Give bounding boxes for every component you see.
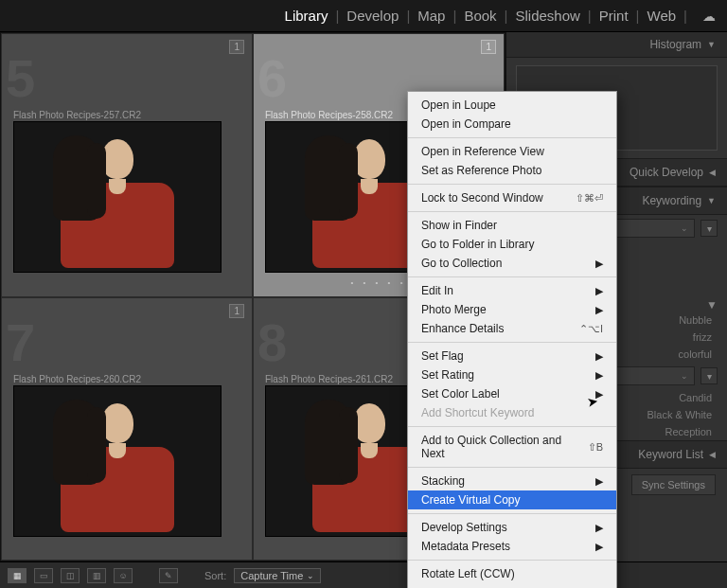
cell-index-badge: 1 [481,40,496,54]
chevron-down-icon[interactable]: ▼ [706,298,718,312]
ctx-item-metadata-presets[interactable]: Metadata Presets▶ [408,537,616,556]
cell-filename: Flash Photo Recipes-257.CR2 [13,110,141,120]
ctx-item-set-as-reference-photo[interactable]: Set as Reference Photo [408,161,616,180]
cell-index-badge: 1 [229,40,244,54]
chevron-down-icon: ▼ [707,40,716,49]
library-toolbar: ▦ ▭ ◫ ▥ ☺ ✎ Sort: Capture Time⌄ [0,561,727,588]
cell-big-number: 5 [6,47,35,109]
menu-separator [408,467,616,468]
grid-cell-5[interactable]: 1 5 Flash Photo Recipes-257.CR2 [1,33,253,297]
submenu-arrow-icon: ▶ [595,522,603,534]
module-web[interactable]: Web [647,8,677,24]
panel-histogram-header[interactable]: Histogram▼ [506,32,727,58]
ctx-item-open-in-reference-view[interactable]: Open in Reference View [408,142,616,161]
ctx-item-set-flag[interactable]: Set Flag▶ [408,347,616,365]
submenu-arrow-icon: ▶ [595,304,603,316]
menu-separator [408,513,616,514]
ctx-item-open-in-compare[interactable]: Open in Compare [408,115,616,134]
submenu-arrow-icon: ▶ [595,475,603,488]
ctx-item-open-in-loupe[interactable]: Open in Loupe [408,96,616,115]
cell-filename: Flash Photo Recipes-261.CR2 [265,374,393,384]
sort-label: Sort: [204,570,226,581]
people-view-icon[interactable]: ☺ [114,568,133,583]
module-picker: Library| Develop| Map| Book| Slideshow| … [0,0,727,32]
ctx-item-show-in-finder[interactable]: Show in Finder [408,216,616,235]
ctx-item-rotate-left-ccw[interactable]: Rotate Left (CCW) [408,564,616,583]
submenu-arrow-icon: ▶ [595,285,603,297]
ctx-item-rotate-right-cw[interactable]: Rotate Right (CW) [408,583,616,588]
submenu-arrow-icon: ▶ [595,350,603,363]
ctx-item-edit-in[interactable]: Edit In▶ [408,281,616,300]
cloud-sync-icon[interactable]: ☁ [702,9,716,24]
ctx-item-develop-settings[interactable]: Develop Settings▶ [408,518,616,537]
ctx-item-create-virtual-copy[interactable]: Create Virtual Copy [408,490,616,509]
menu-separator [408,211,616,212]
grid-view-icon[interactable]: ▦ [8,568,27,583]
menu-separator [408,137,616,138]
cell-big-number: 8 [257,312,287,373]
survey-view-icon[interactable]: ▥ [87,568,106,583]
keyword-picker-button[interactable]: ▾ [700,220,718,237]
ctx-item-go-to-collection[interactable]: Go to Collection▶ [408,254,616,273]
submenu-arrow-icon: ▶ [595,369,603,382]
sync-settings-button[interactable]: Sync Settings [631,474,716,495]
ctx-item-set-color-label[interactable]: Set Color Label▶ [408,384,616,403]
ctx-item-add-shortcut-keyword: Add Shortcut Keyword [408,403,616,422]
module-library[interactable]: Library [285,8,328,24]
grid-cell-7[interactable]: 1 7 Flash Photo Recipes-260.CR2 [1,297,253,561]
loupe-view-icon[interactable]: ▭ [34,568,53,583]
menu-separator [408,184,616,185]
menu-separator [408,426,616,427]
cell-big-number: 7 [6,312,35,373]
ctx-item-stacking[interactable]: Stacking▶ [408,472,616,490]
dropdown-icon: ⌄ [681,223,688,233]
painter-icon[interactable]: ✎ [159,568,178,583]
keyword-set-picker[interactable]: ▾ [700,367,718,384]
thumbnail[interactable] [13,121,222,273]
ctx-item-enhance-details[interactable]: Enhance Details⌃⌥I [408,319,616,338]
module-map[interactable]: Map [417,8,445,24]
sort-select[interactable]: Capture Time⌄ [234,568,321,583]
submenu-arrow-icon: ▶ [595,541,603,553]
module-book[interactable]: Book [464,8,496,24]
cell-filename: Flash Photo Recipes-258.CR2 [265,110,393,120]
ctx-item-lock-to-second-window[interactable]: Lock to Second Window⇧⌘⏎ [408,188,616,207]
ctx-item-set-rating[interactable]: Set Rating▶ [408,365,616,384]
module-develop[interactable]: Develop [346,8,399,24]
histogram-label: Histogram [649,38,701,51]
compare-view-icon[interactable]: ◫ [61,568,80,583]
ctx-item-photo-merge[interactable]: Photo Merge▶ [408,300,616,319]
chevron-down-icon: ▼ [707,196,716,205]
menu-separator [408,276,616,277]
cell-big-number: 6 [257,47,287,109]
module-slideshow[interactable]: Slideshow [515,8,579,24]
cell-index-badge: 1 [229,304,244,318]
cell-filename: Flash Photo Recipes-260.CR2 [13,374,141,384]
chevron-right-icon: ◀ [709,168,716,177]
rating-dots[interactable]: • • • • • [351,278,407,287]
context-menu: Open in LoupeOpen in CompareOpen in Refe… [407,91,617,588]
module-print[interactable]: Print [599,8,629,24]
dropdown-icon: ⌄ [681,371,688,381]
menu-separator [408,342,616,343]
submenu-arrow-icon: ▶ [595,258,603,270]
thumbnail[interactable] [13,385,222,537]
mouse-cursor-icon: ➤ [586,393,600,410]
chevron-right-icon: ◀ [709,450,716,459]
ctx-item-go-to-folder-in-library[interactable]: Go to Folder in Library [408,235,616,254]
ctx-item-add-to-quick-collection-and-next[interactable]: Add to Quick Collection and Next⇧B [408,431,616,463]
menu-separator [408,560,616,561]
